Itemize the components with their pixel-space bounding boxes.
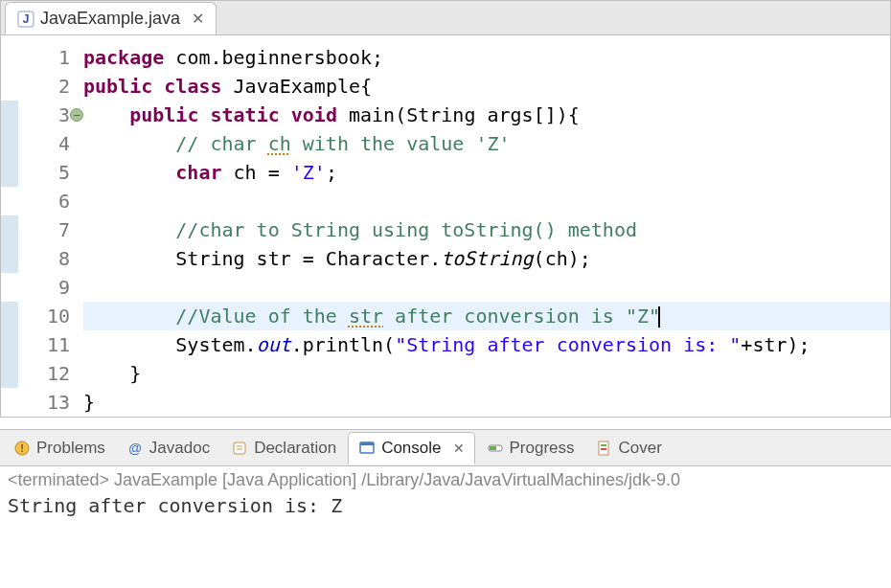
javadoc-icon: @ xyxy=(126,440,144,457)
line-number: 2 xyxy=(18,72,70,101)
line-number: 5 xyxy=(18,158,70,187)
console-view: <terminated> JavaExample [Java Applicati… xyxy=(0,466,891,521)
progress-icon xyxy=(487,440,504,457)
panel-tab-bar: ! Problems @ Javadoc Declaration Console… xyxy=(0,430,891,466)
tab-label: Cover xyxy=(619,439,662,458)
bottom-panel: ! Problems @ Javadoc Declaration Console… xyxy=(0,429,891,521)
svg-text:!: ! xyxy=(20,442,24,454)
editor-pane: J JavaExample.java ✕ 1 2 3− 4 5 xyxy=(0,0,891,418)
svg-rect-13 xyxy=(601,444,606,446)
code-line[interactable]: public static void main(String args[]){ xyxy=(83,101,890,129)
svg-rect-5 xyxy=(234,442,245,454)
line-number: 4 xyxy=(18,129,70,158)
java-file-icon: J xyxy=(17,11,34,28)
tab-console[interactable]: Console ✕ xyxy=(348,432,474,464)
coverage-icon xyxy=(596,440,613,457)
text-cursor xyxy=(658,306,660,328)
console-status: <terminated> JavaExample [Java Applicati… xyxy=(8,470,883,490)
fold-collapse-icon[interactable]: − xyxy=(70,108,83,122)
svg-rect-11 xyxy=(490,446,496,450)
tab-javadoc[interactable]: @ Javadoc xyxy=(117,433,219,464)
line-number: 10 xyxy=(18,302,70,330)
declaration-icon xyxy=(231,440,248,457)
tab-declaration[interactable]: Declaration xyxy=(221,433,346,464)
code-line[interactable]: //Value of the str after conversion is "… xyxy=(83,302,890,330)
line-number-gutter: 1 2 3− 4 5 6 7 8 9 10 11 12 13 xyxy=(18,43,78,417)
line-number: 1 xyxy=(18,43,70,72)
line-number: 13 xyxy=(18,388,70,417)
line-number: 6 xyxy=(18,187,70,215)
tab-label: Declaration xyxy=(254,439,336,458)
code-line[interactable]: } xyxy=(83,359,890,388)
line-number: 11 xyxy=(18,330,70,359)
tab-problems[interactable]: ! Problems xyxy=(4,433,115,464)
code-line[interactable]: char ch = 'Z'; xyxy=(83,158,890,187)
marker-bar xyxy=(1,43,18,417)
line-number: 9 xyxy=(18,273,70,302)
editor-tab-bar: J JavaExample.java ✕ xyxy=(1,1,890,35)
code-line[interactable]: } xyxy=(83,388,890,417)
svg-text:J: J xyxy=(23,12,30,26)
tab-label: Problems xyxy=(36,439,105,458)
code-line[interactable]: //char to String using toString() method xyxy=(83,215,890,244)
tab-label: Console xyxy=(381,439,441,458)
svg-rect-9 xyxy=(360,442,374,445)
console-icon xyxy=(358,440,376,457)
problems-icon: ! xyxy=(13,440,31,457)
svg-rect-14 xyxy=(601,448,606,450)
line-number: 7 xyxy=(18,215,70,244)
close-icon[interactable]: ✕ xyxy=(192,10,204,28)
code-line[interactable]: String str = Character.toString(ch); xyxy=(83,244,890,273)
close-icon[interactable]: ✕ xyxy=(453,441,465,456)
code-line[interactable]: public class JavaExample{ xyxy=(83,72,890,101)
tab-progress[interactable]: Progress xyxy=(477,433,584,464)
console-output: String after conversion is: Z xyxy=(8,494,883,517)
code-line[interactable]: System.out.println("String after convers… xyxy=(83,330,890,359)
code-content[interactable]: package com.beginnersbook; public class … xyxy=(78,43,890,417)
line-number: 12 xyxy=(18,359,70,388)
code-line[interactable] xyxy=(83,187,890,215)
tab-label: Progress xyxy=(510,439,575,458)
code-line[interactable]: // char ch with the value 'Z' xyxy=(83,129,890,158)
tab-filename: JavaExample.java xyxy=(40,9,180,29)
editor-tab[interactable]: J JavaExample.java ✕ xyxy=(5,2,217,34)
tab-coverage[interactable]: Cover xyxy=(586,433,672,464)
code-editor[interactable]: 1 2 3− 4 5 6 7 8 9 10 11 12 13 package c… xyxy=(1,35,890,417)
tab-label: Javadoc xyxy=(149,439,210,458)
line-number: 8 xyxy=(18,244,70,273)
code-line[interactable] xyxy=(83,273,890,302)
svg-text:@: @ xyxy=(128,441,142,456)
line-number: 3− xyxy=(18,101,70,129)
code-line[interactable]: package com.beginnersbook; xyxy=(83,43,890,72)
